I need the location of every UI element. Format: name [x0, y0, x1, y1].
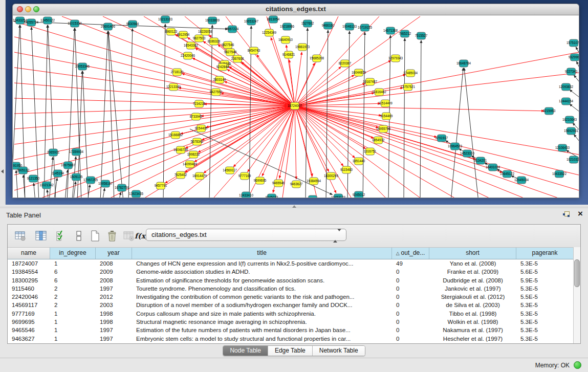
citation-edge-black[interactable] [574, 75, 579, 82]
table-cell[interactable]: 5.3E-5 [516, 318, 574, 326]
table-cell[interactable]: Wolkin et al. (1998) [429, 318, 516, 326]
table-cell[interactable]: 49 [392, 259, 429, 268]
table-cell[interactable]: 6 [50, 276, 96, 285]
citation-edge-black[interactable] [47, 190, 49, 198]
citation-edge-black[interactable] [128, 29, 133, 198]
citation-edge-red[interactable] [295, 106, 365, 149]
tab-node-table[interactable]: Node Table [223, 346, 268, 356]
table-cell[interactable]: 0 [392, 326, 429, 334]
citation-edge-black[interactable] [34, 183, 35, 198]
table-cell[interactable]: Investigating the contribution of common… [132, 293, 392, 301]
table-cell[interactable]: 9777169 [8, 310, 50, 318]
citation-edge-red[interactable] [14, 106, 295, 144]
table-cell[interactable]: 9699695 [8, 318, 50, 326]
table-cell[interactable]: 1997 [96, 285, 132, 293]
left-panel-collapsed-strip[interactable] [0, 0, 6, 205]
citation-network-graph[interactable]: 1872400718226058982750316543382891295489… [13, 15, 579, 198]
column-header-title[interactable]: title [132, 248, 392, 259]
citation-edge-black[interactable] [100, 31, 108, 198]
citation-edge-red[interactable] [295, 106, 502, 172]
table-row[interactable]: 946362711997Embryonic stem cells: a mode… [8, 335, 580, 343]
table-cell[interactable]: 18724007 [8, 259, 50, 268]
table-cell[interactable]: 19384554 [8, 268, 50, 276]
table-row[interactable]: 1830029562008Estimation of significance … [8, 276, 580, 285]
citation-edge-red[interactable] [62, 16, 295, 106]
table-cell[interactable]: 6 [50, 268, 96, 276]
table-cell[interactable]: Changes of HCN gene expression and I(f) … [132, 259, 392, 268]
column-header-year[interactable]: year [96, 248, 132, 259]
table-cell[interactable]: Estimation of significance thresholds fo… [132, 276, 392, 285]
table-row[interactable]: 1456911722003Disruption of a novel membe… [8, 301, 580, 309]
table-cell[interactable]: 1 [50, 259, 96, 268]
table-settings-button[interactable] [14, 229, 27, 243]
delete-column-button[interactable] [105, 229, 119, 243]
table-cell[interactable]: 9463627 [8, 335, 50, 343]
table-cell[interactable]: Structural magnetic resonance image aver… [132, 318, 392, 326]
table-cell[interactable]: 2 [50, 285, 96, 293]
table-cell[interactable]: Dudbridge et al. (2008) [429, 276, 516, 285]
table-cell[interactable]: 0 [392, 318, 429, 326]
table-cell[interactable]: 2008 [96, 259, 132, 268]
table-cell[interactable]: 0 [392, 310, 429, 318]
citation-edge-red[interactable] [295, 106, 579, 175]
table-cell[interactable]: 2008 [96, 276, 132, 285]
table-row[interactable]: 969969511998Structural magnetic resonanc… [8, 318, 580, 326]
table-cell[interactable]: 5.3E-5 [516, 285, 574, 293]
table-row[interactable]: 946554611997Estimation of the future num… [8, 326, 580, 334]
citation-edge-red[interactable] [295, 52, 579, 106]
table-cell[interactable]: 1998 [96, 310, 132, 318]
column-header-short[interactable]: short [429, 248, 516, 259]
close-panel-button[interactable]: × [578, 209, 583, 219]
memory-ok-indicator[interactable] [574, 361, 581, 369]
table-cell[interactable]: 22420046 [8, 293, 50, 301]
citation-edge-black[interactable] [163, 24, 165, 198]
zoom-window-button[interactable] [33, 6, 39, 12]
table-row[interactable]: 911546021997Tourette syndrome. Phenomeno… [8, 285, 580, 293]
table-selector-dropdown[interactable]: citations_edges.txt [146, 229, 346, 241]
table-cell[interactable]: 5.3E-5 [516, 335, 574, 343]
citation-edge-black[interactable] [404, 38, 405, 198]
table-cell[interactable]: 1997 [96, 335, 132, 343]
column-header-in-degree[interactable]: in_degree [50, 248, 96, 259]
table-cell[interactable]: 5.3E-5 [516, 259, 574, 268]
citation-edge-red[interactable] [14, 106, 295, 114]
table-cell[interactable]: Franke et al. (2009) [429, 268, 516, 276]
citation-edge-red[interactable] [194, 106, 295, 162]
table-cell[interactable]: Estimation of the future numbers of pati… [132, 326, 392, 334]
table-cell[interactable]: 1 [50, 326, 96, 334]
citation-edge-black[interactable] [67, 28, 75, 198]
table-cell[interactable]: 0 [392, 285, 429, 293]
table-cell[interactable]: Hescheler et al. (1997) [429, 335, 516, 343]
float-panel-button[interactable] [563, 211, 570, 218]
create-column-button[interactable] [89, 229, 102, 243]
table-cell[interactable]: 2009 [96, 268, 132, 276]
citation-edge-red[interactable] [295, 106, 569, 198]
citation-edge-red[interactable] [295, 106, 296, 179]
citation-edge-red[interactable] [204, 106, 295, 173]
table-cell[interactable]: 9465546 [8, 326, 50, 334]
column-visibility-button[interactable] [34, 229, 48, 243]
table-cell[interactable]: 0 [392, 293, 429, 301]
table-cell[interactable]: 5.3E-5 [516, 326, 574, 334]
expand-left-panel-icon[interactable] [1, 169, 4, 173]
table-cell[interactable]: 14569117 [8, 301, 50, 309]
row-height-button[interactable] [72, 229, 85, 243]
table-cell[interactable]: 1998 [96, 318, 132, 326]
table-row[interactable]: 977716911998Corpus callosum shape and si… [8, 310, 580, 318]
table-cell[interactable]: 0 [392, 268, 429, 276]
table-cell[interactable]: 18300295 [8, 276, 50, 285]
table-cell[interactable]: 5.9E-5 [516, 276, 574, 285]
table-cell[interactable]: 5.3E-5 [516, 310, 574, 318]
citation-edge-black[interactable] [102, 188, 104, 198]
citation-edge-red[interactable] [14, 106, 295, 129]
column-header-pagerank[interactable]: pagerank [516, 248, 574, 259]
table-cell[interactable]: Yano et al. (2008) [429, 259, 516, 268]
network-window-titlebar[interactable]: citations_edges.txt [12, 4, 579, 15]
citation-edge-black[interactable] [464, 68, 478, 198]
table-cell[interactable]: 0 [392, 301, 429, 309]
citation-edge-black[interactable] [574, 135, 579, 141]
citation-edge-red[interactable] [295, 73, 579, 106]
select-rows-button[interactable] [55, 229, 68, 243]
table-header-row[interactable]: namein_degreeyeartitle△out_de...shortpag… [8, 248, 580, 259]
tab-network-table[interactable]: Network Table [313, 346, 365, 356]
